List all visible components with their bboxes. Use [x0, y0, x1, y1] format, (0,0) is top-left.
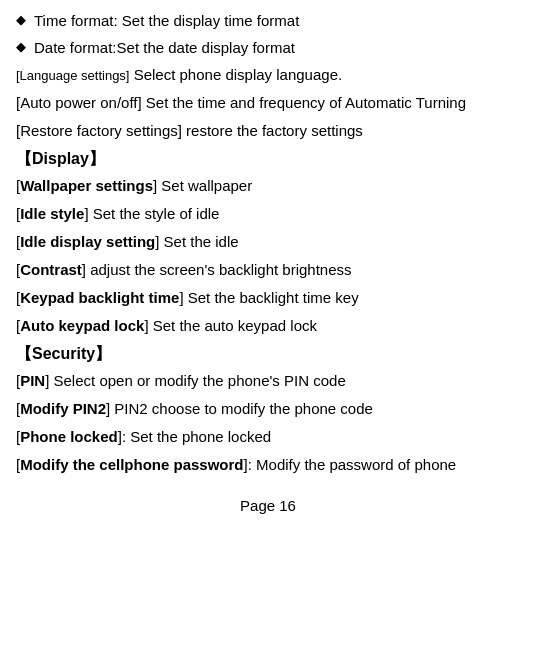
auto-keypad-bracket: Auto keypad lock — [20, 317, 144, 334]
contrast-description: adjust the screen's backlight brightness — [86, 261, 352, 278]
restore-section: [Restore factory settings] restore the f… — [16, 119, 520, 143]
language-settings-bracket: [Language settings] — [16, 68, 129, 83]
idle-style-bracket: Idle style — [20, 205, 84, 222]
auto-keypad-description: Set the auto keypad lock — [149, 317, 317, 334]
pin-section: [PIN] Select open or modify the phone's … — [16, 369, 520, 393]
security-header: 【Security】 — [16, 344, 520, 365]
keypad-backlight-description: Set the backlight time key — [184, 289, 359, 306]
auto-power-bracket: [Auto power on/off] — [16, 94, 142, 111]
modify-password-bracket: Modify the cellphone password — [20, 456, 243, 473]
wallpaper-description: Set wallpaper — [157, 177, 252, 194]
pin-description: Select open or modify the phone's PIN co… — [49, 372, 345, 389]
modify-pin2-description: PIN2 choose to modify the phone code — [110, 400, 373, 417]
diamond-icon-2: ◆ — [16, 39, 26, 54]
modify-password-section: [Modify the cellphone password]: Modify … — [16, 453, 520, 477]
restore-bracket: [Restore factory settings] — [16, 122, 182, 139]
contrast-bracket: Contrast — [20, 261, 82, 278]
auto-power-description: Set the time and frequency of Automatic … — [142, 94, 466, 111]
pin-bracket: PIN — [20, 372, 45, 389]
phone-locked-bracket: Phone locked — [20, 428, 118, 445]
wallpaper-section: [Wallpaper settings] Set wallpaper — [16, 174, 520, 198]
wallpaper-bracket: Wallpaper settings — [20, 177, 153, 194]
phone-locked-description: : Set the phone locked — [122, 428, 271, 445]
page-number: Page 16 — [16, 497, 520, 514]
auto-power-section: [Auto power on/off] Set the time and fre… — [16, 91, 520, 115]
restore-description: restore the factory settings — [182, 122, 363, 139]
phone-locked-section: [Phone locked]: Set the phone locked — [16, 425, 520, 449]
language-settings-section: [Language settings] Select phone display… — [16, 63, 520, 87]
bullet-time-format: ◆ Time format: Set the display time form… — [16, 10, 520, 33]
modify-pin2-bracket: Modify PIN2 — [20, 400, 106, 417]
idle-display-description: Set the idle — [159, 233, 238, 250]
contrast-section: [Contrast] adjust the screen's backlight… — [16, 258, 520, 282]
idle-style-section: [Idle style] Set the style of idle — [16, 202, 520, 226]
modify-password-description: : Modify the password of phone — [248, 456, 456, 473]
date-format-text: Date format:Set the date display format — [34, 37, 295, 60]
keypad-backlight-bracket: Keypad backlight time — [20, 289, 179, 306]
auto-keypad-section: [Auto keypad lock] Set the auto keypad l… — [16, 314, 520, 338]
idle-display-section: [Idle display setting] Set the idle — [16, 230, 520, 254]
diamond-icon: ◆ — [16, 12, 26, 27]
idle-style-description: Set the style of idle — [89, 205, 220, 222]
idle-display-bracket: Idle display setting — [20, 233, 155, 250]
modify-pin2-section: [Modify PIN2] PIN2 choose to modify the … — [16, 397, 520, 421]
bullet-date-format: ◆ Date format:Set the date display forma… — [16, 37, 520, 60]
display-header: 【Display】 — [16, 149, 520, 170]
language-settings-description: Select phone display language. — [129, 66, 342, 83]
time-format-text: Time format: Set the display time format — [34, 10, 299, 33]
keypad-backlight-section: [Keypad backlight time] Set the backligh… — [16, 286, 520, 310]
